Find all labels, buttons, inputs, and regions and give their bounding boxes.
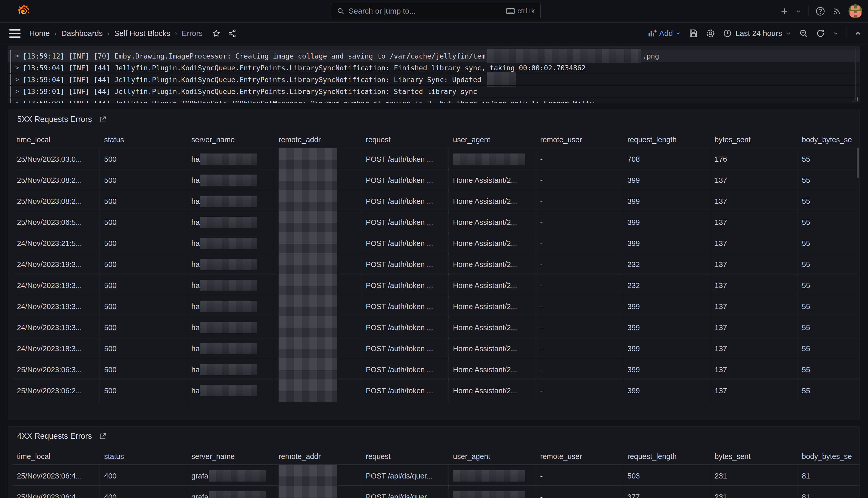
chevron-down-icon[interactable] bbox=[796, 8, 802, 14]
redacted-text bbox=[279, 169, 337, 192]
cell-remote-addr bbox=[274, 274, 362, 297]
toolbar-actions: Add Last 24 hours bbox=[647, 28, 862, 39]
time-range-picker[interactable]: Last 24 hours bbox=[723, 29, 791, 38]
add-panel-button[interactable]: Add bbox=[647, 29, 681, 38]
col-user-agent[interactable]: user_agent bbox=[449, 452, 536, 461]
menu-hamburger-icon[interactable] bbox=[9, 29, 21, 38]
col-user-agent[interactable]: user_agent bbox=[449, 135, 536, 144]
search-input[interactable]: Search or jump to... ctrl+k bbox=[331, 3, 541, 19]
log-expand-chevron-icon[interactable]: > bbox=[15, 88, 19, 95]
cell-remote-addr bbox=[274, 464, 362, 487]
col-request[interactable]: request bbox=[362, 452, 449, 461]
cell-time-local: 24/Nov/2023:18:3... bbox=[13, 337, 100, 360]
cell-time-local: 25/Nov/2023:06:4... bbox=[13, 486, 100, 498]
cell-request-length: 399 bbox=[623, 211, 710, 234]
log-row[interactable]: >[13:59:04] [INF] [44] Jellyfin.Plugin.K… bbox=[8, 62, 859, 74]
col-request-length[interactable]: request_length bbox=[623, 452, 710, 461]
col-remote-user[interactable]: remote_user bbox=[536, 135, 623, 144]
cell-status: 500 bbox=[100, 274, 187, 297]
col-time-local[interactable]: time_local bbox=[13, 452, 100, 461]
news-rss-icon[interactable] bbox=[832, 6, 842, 16]
breadcrumb-self-host-blocks[interactable]: Self Host Blocks bbox=[114, 29, 170, 38]
col-remote-addr[interactable]: remote_addr bbox=[274, 135, 362, 144]
log-row[interactable]: >[13:59:12] [INF] [70] Emby.Drawing.Imag… bbox=[8, 50, 859, 62]
col-bytes-sent[interactable]: bytes_sent bbox=[710, 135, 798, 144]
breadcrumb-errors[interactable]: Errors bbox=[181, 29, 203, 38]
col-status[interactable]: status bbox=[100, 135, 187, 144]
cell-request: POST /auth/token ... bbox=[362, 337, 449, 360]
cell-user-agent: Home Assistant/2... bbox=[449, 211, 536, 234]
breadcrumb-dashboards[interactable]: Dashboards bbox=[61, 29, 103, 38]
redacted-text bbox=[279, 190, 337, 212]
cell-body-bytes-sent: 55 bbox=[798, 148, 860, 170]
save-dashboard-icon[interactable] bbox=[689, 29, 698, 38]
log-level-bar bbox=[10, 50, 11, 62]
col-bytes-sent[interactable]: bytes_sent bbox=[710, 452, 798, 461]
dashboard-settings-gear-icon[interactable] bbox=[706, 28, 715, 38]
log-message: [13:59:01] [INF] [44] Jellyfin.Plugin.Ko… bbox=[23, 88, 477, 95]
log-scrollbar[interactable] bbox=[855, 49, 856, 101]
cell-request: POST /auth/token ... bbox=[362, 211, 449, 234]
table-scrollbar[interactable] bbox=[857, 148, 859, 179]
redacted-text bbox=[453, 491, 525, 498]
cell-server-name: grafa bbox=[187, 486, 274, 498]
zoom-out-time-icon[interactable] bbox=[799, 29, 808, 38]
help-icon[interactable] bbox=[815, 6, 825, 16]
col-remote-user[interactable]: remote_user bbox=[536, 452, 623, 461]
cell-remote-addr bbox=[274, 337, 362, 360]
table-row: 24/Nov/2023:21:5...500haPOST /auth/token… bbox=[13, 232, 860, 253]
cell-request-length: 399 bbox=[623, 316, 710, 339]
cell-remote-user: - bbox=[536, 358, 623, 381]
log-expand-chevron-icon[interactable]: > bbox=[15, 100, 19, 103]
col-server-name[interactable]: server_name bbox=[187, 452, 274, 461]
cell-status: 400 bbox=[100, 486, 187, 498]
log-expand-chevron-icon[interactable]: > bbox=[15, 64, 19, 71]
refresh-icon[interactable] bbox=[816, 29, 825, 38]
favorite-star-icon[interactable] bbox=[212, 29, 221, 38]
cell-server-name: ha bbox=[187, 148, 274, 170]
log-expand-chevron-icon[interactable]: > bbox=[15, 52, 19, 60]
cell-remote-addr bbox=[274, 190, 362, 212]
cell-remote-user: - bbox=[536, 148, 623, 170]
log-row[interactable]: >[13:59:04] [INF] [44] Jellyfin.Plugin.K… bbox=[8, 74, 859, 85]
external-link-icon[interactable] bbox=[99, 432, 107, 440]
panel-header[interactable]: 4XX Requests Errors bbox=[17, 432, 107, 441]
redacted-text bbox=[279, 232, 337, 255]
col-body-bytes-sent[interactable]: body_bytes_se bbox=[798, 135, 860, 144]
col-time-local[interactable]: time_local bbox=[13, 135, 100, 144]
cell-user-agent: Home Assistant/2... bbox=[449, 358, 536, 381]
cell-status: 500 bbox=[100, 232, 187, 255]
external-link-icon[interactable] bbox=[99, 116, 107, 123]
panel-resize-handle[interactable] bbox=[853, 97, 858, 101]
collapse-toolbar-chevron-up-icon[interactable] bbox=[854, 29, 862, 37]
table-row: 25/Nov/2023:06:3...500haPOST /auth/token… bbox=[13, 358, 860, 379]
share-icon[interactable] bbox=[228, 29, 236, 38]
log-row[interactable]: >[13:59:00] [INF] [44] Jellyfin.Plugin.T… bbox=[8, 97, 859, 103]
refresh-interval-chevron-icon[interactable] bbox=[833, 30, 839, 36]
col-status[interactable]: status bbox=[100, 452, 187, 461]
user-avatar[interactable] bbox=[849, 4, 862, 18]
breadcrumb-home[interactable]: Home bbox=[29, 29, 50, 38]
grafana-logo[interactable] bbox=[16, 4, 31, 19]
col-body-bytes-sent[interactable]: body_bytes_se bbox=[798, 452, 860, 461]
cell-time-local: 25/Nov/2023:06:3... bbox=[13, 358, 100, 381]
log-message: [13:59:04] [INF] [44] Jellyfin.Plugin.Ko… bbox=[23, 76, 485, 84]
cell-remote-user: - bbox=[536, 190, 623, 212]
log-row[interactable]: >[13:59:01] [INF] [44] Jellyfin.Plugin.K… bbox=[8, 85, 859, 97]
col-remote-addr[interactable]: remote_addr bbox=[274, 452, 362, 461]
cell-server-name: ha bbox=[187, 190, 274, 212]
add-new-icon[interactable] bbox=[780, 7, 789, 16]
redacted-text bbox=[279, 148, 337, 170]
col-server-name[interactable]: server_name bbox=[187, 135, 274, 144]
log-row-clipped bbox=[8, 47, 859, 50]
col-request-length[interactable]: request_length bbox=[623, 135, 710, 144]
cell-request-length: 708 bbox=[623, 148, 710, 170]
log-expand-chevron-icon[interactable]: > bbox=[15, 76, 19, 83]
chevron-down-icon bbox=[786, 30, 791, 36]
cell-body-bytes-sent: 55 bbox=[798, 379, 860, 402]
col-request[interactable]: request bbox=[362, 135, 449, 144]
cell-request: POST /auth/token ... bbox=[362, 232, 449, 255]
panel-header[interactable]: 5XX Requests Errors bbox=[17, 115, 107, 124]
cell-body-bytes-sent: 55 bbox=[798, 169, 860, 192]
redacted-text bbox=[487, 49, 641, 63]
